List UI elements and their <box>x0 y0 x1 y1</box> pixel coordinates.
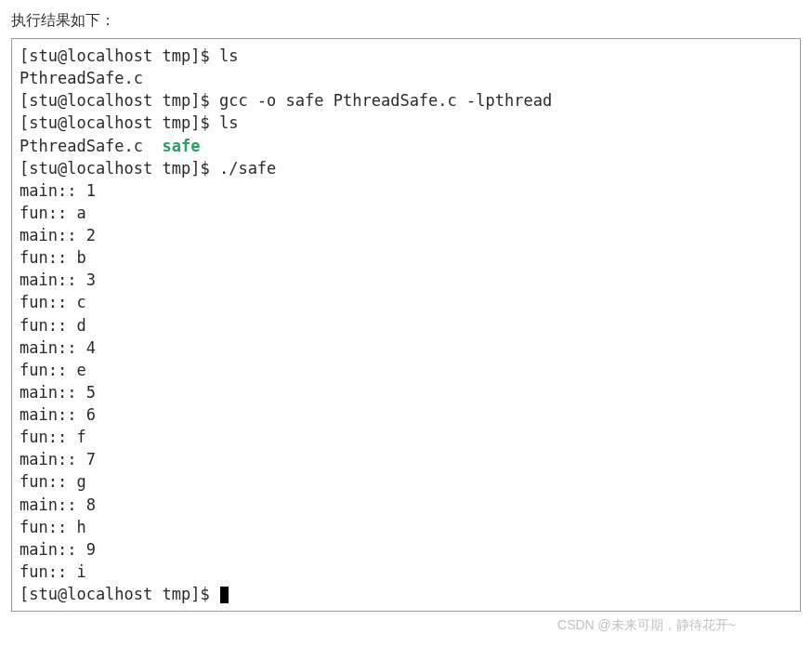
watermark-text: CSDN @未来可期，静待花开~ <box>11 617 801 634</box>
terminal-line: main:: 5 <box>20 381 792 403</box>
terminal-segment: fun:: g <box>20 472 86 491</box>
terminal-segment: main:: 1 <box>20 181 96 200</box>
terminal-line: main:: 9 <box>20 538 792 561</box>
terminal-line: main:: 2 <box>20 224 792 246</box>
terminal-line: main:: 1 <box>20 179 792 202</box>
terminal-line: [stu@localhost tmp]$ ls <box>20 112 792 134</box>
terminal-line: fun:: c <box>20 291 792 313</box>
terminal-segment: [stu@localhost tmp]$ gcc -o safe Pthread… <box>20 91 552 110</box>
terminal-segment: main:: 3 <box>20 271 96 289</box>
terminal-segment: [stu@localhost tmp]$ ls <box>20 113 238 132</box>
terminal-segment: PthreadSafe.c <box>20 137 163 155</box>
terminal-line: fun:: b <box>20 246 792 269</box>
terminal-segment: main:: 4 <box>20 338 96 357</box>
terminal-segment: fun:: h <box>20 518 86 536</box>
terminal-segment: [stu@localhost tmp]$ ls <box>20 46 238 65</box>
terminal-line: PthreadSafe.c <box>20 67 792 89</box>
terminal-line: fun:: e <box>20 359 792 381</box>
terminal-line: [stu@localhost tmp]$ gcc -o safe Pthread… <box>20 89 792 112</box>
terminal-line: fun:: g <box>20 470 792 493</box>
terminal-segment: fun:: a <box>20 204 86 222</box>
terminal-segment: main:: 6 <box>20 405 96 424</box>
terminal-line: main:: 6 <box>20 403 792 426</box>
terminal-line: PthreadSafe.c safe <box>20 135 792 157</box>
terminal-segment: main:: 9 <box>20 540 96 559</box>
caption-text: 执行结果如下： <box>11 11 801 31</box>
terminal-line: main:: 4 <box>20 337 792 359</box>
terminal-segment: main:: 2 <box>20 226 96 244</box>
terminal-line: [stu@localhost tmp]$ ./safe <box>20 157 792 179</box>
terminal-output[interactable]: [stu@localhost tmp]$ lsPthreadSafe.c[stu… <box>11 38 801 612</box>
terminal-line: [stu@localhost tmp]$ <box>20 583 792 605</box>
terminal-line: main:: 8 <box>20 494 792 516</box>
terminal-line: [stu@localhost tmp]$ ls <box>20 45 792 67</box>
terminal-line: fun:: h <box>20 516 792 538</box>
terminal-segment: main:: 8 <box>20 495 96 514</box>
terminal-segment: safe <box>163 137 201 155</box>
terminal-segment: fun:: d <box>20 316 86 335</box>
terminal-segment: main:: 7 <box>20 450 96 469</box>
terminal-line: fun:: a <box>20 202 792 224</box>
terminal-segment: fun:: f <box>20 428 86 446</box>
terminal-segment: [stu@localhost tmp]$ ./safe <box>20 159 276 178</box>
terminal-line: main:: 3 <box>20 269 792 291</box>
terminal-segment: fun:: c <box>20 293 86 311</box>
terminal-line: fun:: f <box>20 426 792 448</box>
terminal-line: fun:: i <box>20 561 792 583</box>
terminal-segment: [stu@localhost tmp]$ <box>20 585 219 603</box>
terminal-segment: fun:: i <box>20 562 86 581</box>
terminal-segment: fun:: b <box>20 248 86 267</box>
terminal-segment: PthreadSafe.c <box>20 69 143 87</box>
cursor-icon <box>220 587 229 603</box>
terminal-line: main:: 7 <box>20 448 792 470</box>
terminal-line: fun:: d <box>20 314 792 337</box>
terminal-segment: main:: 5 <box>20 383 96 402</box>
terminal-segment: fun:: e <box>20 361 86 379</box>
